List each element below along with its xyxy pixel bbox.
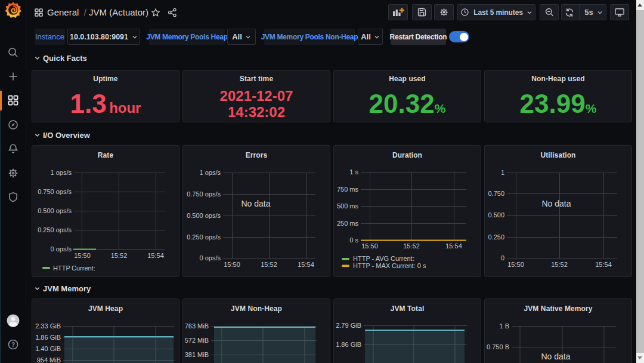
svg-text:?: ?: [11, 341, 15, 347]
svg-text:1.86 GiB: 1.86 GiB: [35, 334, 61, 341]
svg-text:0.750 ops/s: 0.750 ops/s: [38, 188, 72, 195]
svg-text:1.86 GiB: 1.86 GiB: [336, 341, 361, 348]
svg-text:1.40 GiB: 1.40 GiB: [35, 345, 61, 352]
svg-text:0 s: 0 s: [349, 236, 358, 244]
svg-text:No data: No data: [541, 352, 570, 361]
svg-text:HTTP - MAX: HTTP - MAX: [353, 262, 391, 269]
svg-text:Current: 0 s: Current: 0 s: [392, 262, 426, 269]
svg-text:0.750 ops/s: 0.750 ops/s: [187, 190, 221, 198]
svg-text:1: 1: [501, 169, 504, 176]
svg-text:381 MiB: 381 MiB: [185, 351, 209, 358]
svg-text:0 ops/s: 0 ops/s: [51, 245, 72, 253]
svg-text:0.250 ops/s: 0.250 ops/s: [187, 233, 221, 241]
svg-text:0.250: 0.250: [488, 233, 504, 241]
svg-text:HTTP - AVG: HTTP - AVG: [353, 255, 389, 262]
svg-text:No data: No data: [241, 199, 270, 208]
svg-text:0.500 ops/s: 0.500 ops/s: [38, 207, 72, 214]
svg-text:15:54: 15:54: [445, 242, 462, 250]
svg-text:1 B: 1 B: [499, 322, 509, 330]
svg-text:750 ms: 750 ms: [337, 186, 359, 193]
svg-text:15:52: 15:52: [403, 242, 420, 250]
svg-text:250 ms: 250 ms: [337, 220, 359, 227]
svg-text:1 s: 1 s: [349, 168, 358, 176]
svg-text:2.33 GiB: 2.33 GiB: [35, 322, 61, 330]
svg-text:HTTP: HTTP: [53, 264, 70, 272]
svg-text:0 ops/s: 0 ops/s: [200, 254, 221, 262]
svg-text:15:50: 15:50: [507, 261, 524, 268]
svg-text:763 MiB: 763 MiB: [185, 322, 209, 330]
svg-text:15:54: 15:54: [298, 261, 314, 268]
svg-text:0.500: 0.500: [488, 211, 504, 219]
svg-text:15:50: 15:50: [361, 242, 378, 250]
svg-text:1 ops/s: 1 ops/s: [200, 169, 221, 176]
svg-text:15:54: 15:54: [147, 252, 164, 259]
svg-text:500 ms: 500 ms: [337, 202, 359, 210]
svg-text:2.79 GiB: 2.79 GiB: [336, 322, 361, 329]
svg-text:0.750 B: 0.750 B: [487, 343, 509, 350]
svg-text:15:52: 15:52: [261, 261, 277, 268]
svg-text:0: 0: [501, 254, 504, 262]
svg-text:15:50: 15:50: [74, 252, 91, 259]
svg-text:15:52: 15:52: [551, 261, 568, 268]
svg-text:15:54: 15:54: [595, 261, 612, 268]
svg-text:0.750: 0.750: [488, 190, 504, 197]
svg-text:1 ops/s: 1 ops/s: [51, 169, 72, 176]
svg-text:Current:: Current:: [72, 264, 95, 272]
svg-text:Current:: Current:: [391, 255, 414, 262]
svg-text:15:50: 15:50: [224, 261, 240, 268]
svg-text:954 MiB: 954 MiB: [37, 356, 61, 363]
svg-text:No data: No data: [541, 199, 571, 208]
svg-text:15:52: 15:52: [111, 252, 128, 259]
svg-text:0.250 ops/s: 0.250 ops/s: [38, 226, 72, 233]
svg-text:572 MiB: 572 MiB: [185, 337, 209, 344]
svg-text:0.500 ops/s: 0.500 ops/s: [187, 212, 221, 219]
